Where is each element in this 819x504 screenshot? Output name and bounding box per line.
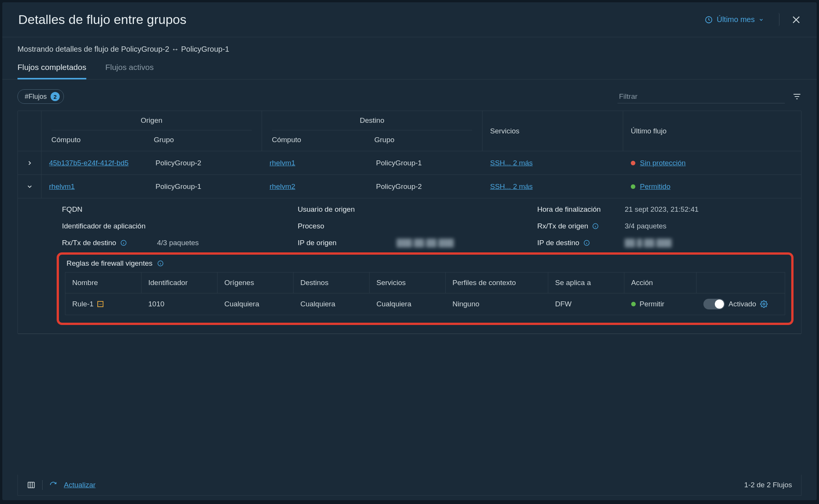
- firewall-rules-section: Reglas de firewall vigentes Nombre Ident…: [57, 252, 794, 325]
- columns-icon[interactable]: [27, 481, 35, 489]
- action-dot-icon: [631, 302, 636, 306]
- chevron-right-icon: [26, 160, 33, 166]
- col-dest-group: Grupo: [372, 130, 475, 146]
- fw-col-action: Acción: [624, 273, 697, 293]
- filter-bar: #Flujos 2: [2, 79, 817, 111]
- row-count-text: 1-2 de 2 Flujos: [744, 481, 792, 489]
- col-source: Origen: [51, 116, 252, 130]
- flows-pill-count: 2: [51, 92, 60, 101]
- fw-col-name: Nombre: [65, 273, 141, 293]
- app-id-label: Identificador de aplicación: [62, 222, 157, 230]
- modal-header: Detalles de flujo entre grupos Último me…: [2, 2, 817, 37]
- tab-completed-flows[interactable]: Flujos completados: [17, 63, 86, 79]
- row-detail-panel: FQDN Usuario de origen Hora de finalizac…: [18, 198, 801, 334]
- firewall-rules-table: Nombre Identificador Orígenes Destinos S…: [65, 272, 785, 315]
- filter-input[interactable]: [617, 90, 785, 103]
- fw-rule-dests: Cualquiera: [294, 294, 370, 314]
- col-last-flow: Último flujo: [623, 111, 801, 151]
- table-row: 45b137b5-e24f-412f-bd5 PolicyGroup-2 rhe…: [18, 151, 801, 175]
- rule-enabled-toggle[interactable]: [703, 299, 725, 309]
- dst-rxtx-label: Rx/Tx de destino: [62, 239, 157, 247]
- tabs-bar: Flujos completados Flujos activos: [2, 54, 817, 79]
- src-compute-link[interactable]: rhelvm1: [49, 182, 75, 190]
- fqdn-label: FQDN: [62, 205, 157, 214]
- table-footer: Actualizar 1-2 de 2 Flujos: [17, 475, 802, 496]
- col-dest-compute: Cómputo: [270, 130, 372, 146]
- services-link[interactable]: SSH... 2 más: [490, 182, 533, 190]
- clock-icon: [705, 16, 713, 24]
- table-header: Origen Cómputo Grupo Destino Cómputo Gru…: [18, 111, 801, 151]
- col-services: Servicios: [483, 111, 623, 151]
- src-user-label: Usuario de origen: [298, 205, 397, 214]
- gear-icon[interactable]: [760, 300, 768, 308]
- dst-compute-link[interactable]: rhelvm1: [270, 159, 295, 167]
- dst-ip-label: IP de destino: [537, 239, 625, 247]
- fw-rule-action: Permitir: [640, 300, 664, 308]
- info-icon[interactable]: [583, 239, 590, 246]
- end-time-label: Hora de finalización: [537, 205, 625, 214]
- fw-col-id: Identificador: [141, 273, 217, 293]
- status-dot-icon: [631, 161, 635, 165]
- refresh-link[interactable]: Actualizar: [64, 481, 95, 489]
- src-compute-link[interactable]: 45b137b5-e24f-412f-bd5: [49, 159, 129, 167]
- fw-rule-sources: Cualquiera: [217, 294, 294, 314]
- fw-rule-applies: DFW: [548, 294, 624, 314]
- fw-rule-id: 1010: [141, 294, 217, 314]
- toggle-label: Activado: [729, 300, 756, 308]
- dst-ip-value: ██.█.██.███: [625, 239, 794, 247]
- flow-context-text: Mostrando detalles de flujo de PolicyGro…: [2, 37, 817, 54]
- expand-row-toggle[interactable]: [18, 175, 41, 198]
- info-icon[interactable]: [592, 223, 599, 230]
- flows-count-pill[interactable]: #Flujos 2: [17, 89, 64, 104]
- col-source-compute: Cómputo: [49, 130, 152, 146]
- fw-col-context: Perfiles de contexto: [446, 273, 548, 293]
- src-rxtx-label: Rx/Tx de origen: [537, 222, 625, 230]
- fw-col-services: Servicios: [370, 273, 446, 293]
- dst-rxtx-value: 4/3 paquetes: [157, 239, 298, 247]
- dst-group-text: PolicyGroup-2: [368, 176, 483, 197]
- tab-active-flows[interactable]: Flujos activos: [105, 63, 154, 79]
- services-link[interactable]: SSH... 2 más: [490, 159, 533, 167]
- end-time-value: 21 sept 2023, 21:52:41: [625, 205, 794, 214]
- status-dot-icon: [631, 184, 635, 189]
- svg-point-5: [763, 303, 765, 305]
- firewall-table-header: Nombre Identificador Orígenes Destinos S…: [65, 273, 785, 293]
- info-icon[interactable]: [157, 260, 164, 267]
- chevron-down-icon: [26, 183, 33, 190]
- dst-group-text: PolicyGroup-1: [368, 153, 483, 173]
- status-link[interactable]: Permitido: [640, 182, 670, 191]
- time-range-label: Último mes: [717, 15, 755, 24]
- firewall-rule-row: Rule-1 − 1010 Cualquiera Cualquiera Cual…: [65, 293, 785, 315]
- flows-pill-label: #Flujos: [25, 93, 47, 101]
- close-button[interactable]: [791, 14, 802, 25]
- status-link[interactable]: Sin protección: [640, 159, 686, 167]
- dst-compute-link[interactable]: rhelvm2: [270, 182, 295, 190]
- close-icon: [791, 14, 802, 25]
- fw-rule-services: Cualquiera: [370, 294, 446, 314]
- fw-col-sources: Orígenes: [217, 273, 294, 293]
- svg-rect-6: [28, 482, 35, 488]
- src-ip-label: IP de origen: [298, 239, 397, 247]
- col-dest: Destino: [272, 116, 472, 130]
- filter-settings-icon[interactable]: [792, 92, 802, 101]
- flows-table: Origen Cómputo Grupo Destino Cómputo Gru…: [17, 111, 802, 334]
- refresh-icon[interactable]: [49, 481, 57, 489]
- fw-rule-name: Rule-1: [72, 300, 94, 308]
- firewall-rules-title: Reglas de firewall vigentes: [67, 259, 152, 268]
- flow-details-modal: Detalles de flujo entre grupos Último me…: [2, 2, 817, 500]
- src-group-text: PolicyGroup-2: [148, 153, 262, 173]
- fw-col-applies: Se aplica a: [548, 273, 624, 293]
- fw-col-dests: Destinos: [294, 273, 370, 293]
- src-rxtx-value: 3/4 paquetes: [625, 222, 794, 230]
- page-title: Detalles de flujo entre grupos: [18, 12, 698, 27]
- src-group-text: PolicyGroup-1: [148, 176, 262, 197]
- time-range-dropdown[interactable]: Último mes: [698, 13, 779, 26]
- chevron-down-icon: [759, 17, 764, 22]
- table-row: rhelvm1 PolicyGroup-1 rhelvm2 PolicyGrou…: [18, 175, 801, 198]
- info-icon[interactable]: [120, 239, 127, 246]
- col-source-group: Grupo: [152, 130, 254, 146]
- bottom-bar: CERRAR: [2, 496, 817, 504]
- rule-minus-icon: −: [97, 301, 103, 307]
- expand-row-toggle[interactable]: [18, 151, 41, 174]
- src-ip-value: ███.██.██.███: [397, 239, 537, 247]
